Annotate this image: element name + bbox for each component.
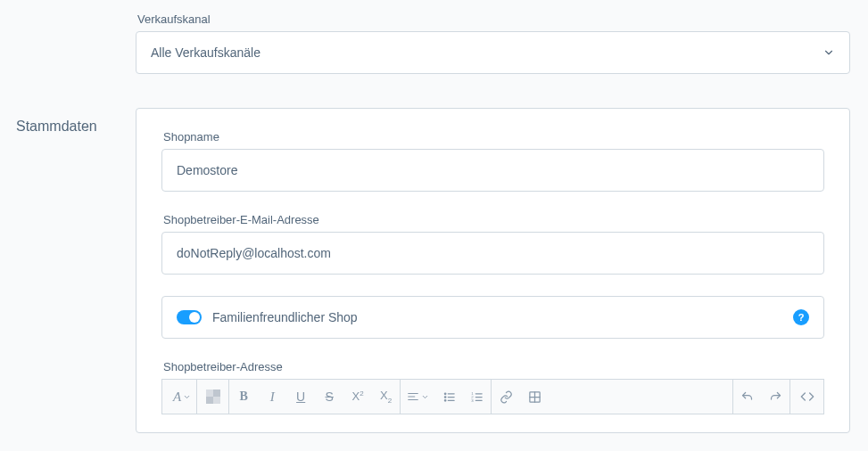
family-friendly-label: Familienfreundlicher Shop [212, 310, 358, 324]
sales-channel-value: Alle Verkaufskanäle [151, 45, 260, 60]
table-button[interactable] [520, 379, 549, 414]
unordered-list-button[interactable] [434, 379, 463, 414]
align-button[interactable] [401, 379, 434, 414]
ordered-list-button[interactable]: 123 [463, 380, 492, 414]
sales-channel-label: Verkaufskanal [137, 12, 850, 26]
section-title: Stammdaten [16, 85, 136, 135]
operator-email-value: doNotReply@localhost.com [177, 246, 331, 260]
help-icon[interactable]: ? [793, 309, 809, 325]
svg-text:3: 3 [471, 398, 474, 402]
undo-button[interactable] [732, 379, 761, 414]
underline-button[interactable]: U [286, 379, 315, 414]
shopname-value: Demostore [177, 163, 237, 177]
subscript-button[interactable]: X2 [372, 380, 401, 414]
superscript-button[interactable]: X2 [343, 379, 372, 414]
basic-data-card: Shopname Demostore Shopbetreiber-E-Mail-… [136, 108, 850, 433]
color-icon[interactable] [197, 380, 229, 414]
sales-channel-select[interactable]: Alle Verkaufskanäle [136, 31, 850, 74]
svg-rect-0 [206, 390, 213, 397]
svg-point-9 [444, 396, 446, 398]
font-style-dropdown[interactable]: A [162, 380, 197, 414]
svg-rect-3 [213, 397, 220, 404]
code-view-button[interactable] [789, 379, 823, 414]
editor-toolbar: A [161, 379, 824, 414]
italic-button[interactable]: I [258, 379, 286, 414]
chevron-down-icon [183, 393, 191, 401]
link-button[interactable] [492, 379, 520, 414]
strikethrough-button[interactable]: S [315, 379, 343, 414]
shopname-input[interactable]: Demostore [161, 149, 824, 192]
svg-point-11 [444, 399, 446, 401]
chevron-down-icon [823, 46, 835, 59]
operator-address-label: Shopbetreiber-Adresse [163, 360, 824, 373]
family-friendly-toggle[interactable] [177, 310, 202, 324]
svg-rect-2 [206, 397, 213, 404]
shopname-label: Shopname [163, 130, 824, 144]
operator-email-label: Shopbetreiber-E-Mail-Adresse [163, 213, 824, 226]
svg-rect-1 [213, 390, 220, 397]
bold-button[interactable]: B [229, 379, 258, 414]
redo-button[interactable] [761, 379, 789, 414]
operator-email-input[interactable]: doNotReply@localhost.com [161, 232, 824, 275]
family-friendly-row: Familienfreundlicher Shop ? [161, 296, 824, 339]
svg-point-7 [444, 393, 446, 395]
